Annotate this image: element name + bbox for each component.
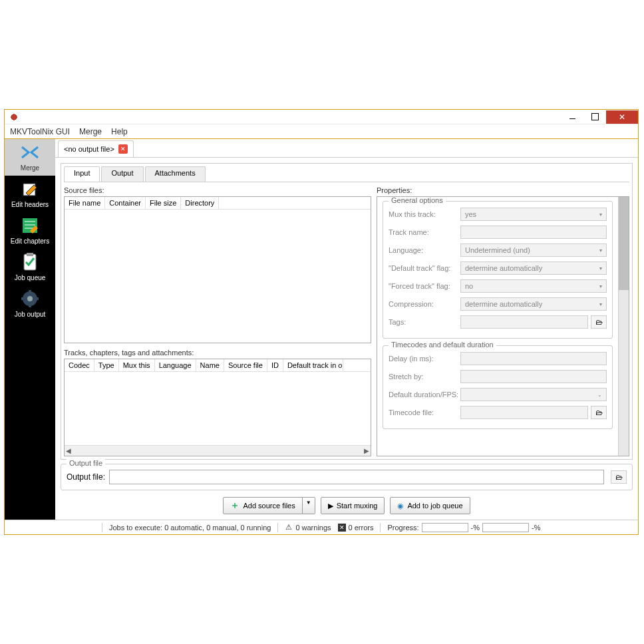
col-filesize[interactable]: File size xyxy=(146,197,181,209)
status-warnings: ⚠0 warnings xyxy=(285,524,331,532)
sidebar-item-edit-headers[interactable]: Edit headers xyxy=(5,176,55,212)
sidebar-label: Edit chapters xyxy=(11,238,49,245)
tcfile-browse-button[interactable]: 🗁 xyxy=(591,406,607,419)
svg-rect-9 xyxy=(29,290,31,293)
output-legend: Output file xyxy=(67,459,105,467)
sidebar-item-job-queue[interactable]: Job queue xyxy=(5,249,55,285)
trackname-label: Track name: xyxy=(389,228,460,236)
tags-browse-button[interactable]: 🗁 xyxy=(591,315,607,329)
col-default[interactable]: Default track in output xyxy=(283,359,343,371)
mux-label: Mux this track: xyxy=(389,210,460,218)
default-track-label: "Default track" flag: xyxy=(389,264,460,272)
language-select[interactable]: Undetermined (und)▾ xyxy=(460,243,607,257)
main-area: <no output file> ✕ Input Output Attachme… xyxy=(55,139,638,520)
menu-help[interactable]: Help xyxy=(111,127,128,136)
play-icon: ▶ xyxy=(328,502,333,510)
source-files-list[interactable]: File name Container File size Directory xyxy=(64,196,371,343)
compression-select[interactable]: determine automatically▾ xyxy=(460,297,607,311)
forced-track-select[interactable]: no▾ xyxy=(460,279,607,293)
job-queue-icon xyxy=(19,251,41,273)
delay-input[interactable] xyxy=(460,352,607,365)
close-button[interactable] xyxy=(606,110,638,124)
stretch-input[interactable] xyxy=(460,370,607,383)
tracks-list[interactable]: Codec Type Mux this Language Name Source… xyxy=(64,359,371,456)
tags-input[interactable] xyxy=(460,315,588,329)
general-options-group: General options Mux this track: yes▾ Tra… xyxy=(383,201,613,339)
trackname-input[interactable] xyxy=(460,226,607,239)
col-id[interactable]: ID xyxy=(267,359,283,371)
sidebar-label: Merge xyxy=(21,164,39,172)
col-muxthis[interactable]: Mux this xyxy=(119,359,155,371)
add-to-job-queue-button[interactable]: ◉Add to job queue xyxy=(390,497,470,514)
col-sourcefile[interactable]: Source file xyxy=(224,359,267,371)
general-legend: General options xyxy=(389,197,446,204)
status-progress: Progress: -% -% xyxy=(387,523,540,532)
status-jobs: Jobs to execute: 0 automatic, 0 manual, … xyxy=(109,524,271,532)
col-directory[interactable]: Directory xyxy=(181,197,219,209)
default-track-select[interactable]: determine automatically▾ xyxy=(460,261,607,275)
source-files-label: Source files: xyxy=(64,186,371,194)
sidebar: Merge Edit headers Edit chapters Job que… xyxy=(5,139,55,520)
edit-chapters-icon xyxy=(19,215,41,236)
svg-rect-11 xyxy=(21,297,25,300)
minimize-button[interactable] xyxy=(561,110,583,124)
add-source-files-dropdown[interactable]: ▼ xyxy=(303,497,315,514)
menu-merge[interactable]: Merge xyxy=(79,127,102,136)
tab-output[interactable]: Output xyxy=(101,166,143,182)
svg-rect-6 xyxy=(27,253,33,256)
job-output-icon xyxy=(19,288,41,309)
error-icon: ✕ xyxy=(338,524,346,532)
language-label: Language: xyxy=(389,246,460,254)
close-tab-icon[interactable]: ✕ xyxy=(118,144,128,154)
menubar: MKVToolNix GUI Merge Help xyxy=(5,124,638,139)
col-codec[interactable]: Codec xyxy=(65,359,94,371)
edit-headers-icon xyxy=(19,178,41,200)
compression-label: Compression: xyxy=(389,300,460,308)
app-window: MKVToolNix GUI Merge Help Merge Edit hea… xyxy=(4,109,639,535)
merge-icon xyxy=(19,142,41,163)
fps-select[interactable]: ⌄ xyxy=(460,388,607,401)
titlebar xyxy=(5,110,638,124)
tracks-label: Tracks, chapters, tags and attachments: xyxy=(64,349,371,357)
stretch-label: Stretch by: xyxy=(389,373,460,381)
col-name[interactable]: Name xyxy=(196,359,224,371)
progress-bar-2 xyxy=(482,523,529,532)
statusbar: Jobs to execute: 0 automatic, 0 manual, … xyxy=(5,520,638,534)
col-filename[interactable]: File name xyxy=(65,197,105,209)
col-language[interactable]: Language xyxy=(155,359,196,371)
output-file-group: Output file Output file: 🗁 xyxy=(61,464,633,490)
fps-label: Default duration/FPS: xyxy=(389,391,460,399)
queue-icon: ◉ xyxy=(397,502,404,510)
properties-label: Properties: xyxy=(377,186,629,194)
start-muxing-button[interactable]: ▶Start muxing xyxy=(321,497,385,514)
warning-icon: ⚠ xyxy=(285,524,293,532)
tcfile-label: Timecode file: xyxy=(389,408,460,416)
sidebar-item-merge[interactable]: Merge xyxy=(5,139,55,176)
output-browse-button[interactable]: 🗁 xyxy=(611,470,627,484)
tcfile-input[interactable] xyxy=(460,406,588,419)
sidebar-label: Job queue xyxy=(15,274,46,281)
output-file-input[interactable] xyxy=(109,470,604,484)
tags-label: Tags: xyxy=(389,318,460,326)
forced-track-label: "Forced track" flag: xyxy=(389,282,460,290)
add-source-files-button[interactable]: ＋Add source files xyxy=(223,497,302,514)
menu-mkvtoolnix[interactable]: MKVToolNix GUI xyxy=(10,127,70,136)
sidebar-label: Job output xyxy=(15,311,46,318)
output-file-tab[interactable]: <no output file> ✕ xyxy=(58,140,134,157)
sidebar-item-job-output[interactable]: Job output xyxy=(5,285,55,322)
maximize-button[interactable] xyxy=(583,110,606,124)
col-container[interactable]: Container xyxy=(105,197,146,209)
timecodes-legend: Timecodes and default duration xyxy=(389,341,496,349)
svg-rect-12 xyxy=(35,297,39,300)
sidebar-item-edit-chapters[interactable]: Edit chapters xyxy=(5,212,55,249)
col-type[interactable]: Type xyxy=(94,359,119,371)
tab-label: <no output file> xyxy=(64,145,114,153)
sidebar-label: Edit headers xyxy=(11,201,49,208)
tab-attachments[interactable]: Attachments xyxy=(145,166,206,182)
delay-label: Delay (in ms): xyxy=(389,355,460,363)
properties-scrollbar[interactable] xyxy=(618,197,629,456)
mux-select[interactable]: yes▾ xyxy=(460,208,607,221)
tracks-scrollbar[interactable]: ◀▶ xyxy=(65,445,371,456)
status-errors: ✕0 errors xyxy=(338,524,374,532)
tab-input[interactable]: Input xyxy=(64,166,100,182)
